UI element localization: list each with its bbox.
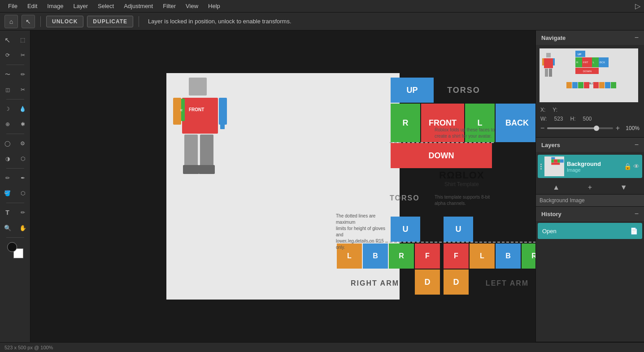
svg-rect-43 xyxy=(554,159,557,162)
tools-divider-4 xyxy=(6,168,24,169)
navigate-header: Navigate − xyxy=(536,30,644,45)
toolbar: ⌂ ↖ UNLOCK DUPLICATE Layer is locked in … xyxy=(0,13,644,30)
text-tool[interactable]: T xyxy=(1,206,14,219)
r-right-arm: R xyxy=(389,243,414,269)
fill-tool[interactable]: 🪣 xyxy=(1,187,14,200)
home-button[interactable]: ⌂ xyxy=(4,15,18,28)
zoom-row: − + 100% xyxy=(540,123,640,134)
menu-view[interactable]: View xyxy=(181,2,203,10)
tools-divider-1 xyxy=(6,65,24,65)
color-swatches[interactable] xyxy=(7,242,23,258)
heal-tool[interactable]: ☽ xyxy=(1,102,14,116)
menu-edit[interactable]: Edit xyxy=(23,2,42,10)
cut-tool[interactable]: ✂ xyxy=(16,83,30,96)
dodge-tool[interactable]: ⊕ xyxy=(1,117,14,131)
history-close[interactable]: − xyxy=(635,210,639,217)
layers-close[interactable]: − xyxy=(635,141,639,148)
hex-tool[interactable]: ⬡ xyxy=(16,152,30,165)
f-left-arm: F xyxy=(444,243,469,269)
brush-tool[interactable]: 〜 xyxy=(1,68,14,81)
svg-rect-28 xyxy=(578,82,583,88)
ink-tool[interactable]: ✒ xyxy=(16,171,30,185)
canvas-container[interactable]: TORSO UP TORSO R FRONT L BACK Roblox fol… xyxy=(166,73,400,300)
svg-rect-5 xyxy=(219,98,227,125)
zoom-in-button[interactable]: + xyxy=(616,125,620,132)
left-toolbar: ↖ ⬚ ⟳ ✂ 〜 ✏ ◫ ✂ ☽ 💧 ⊕ ✱ ◯ ⚙ ◑ xyxy=(0,30,30,342)
l-left-arm: L xyxy=(470,243,495,269)
pointer-button[interactable]: ↖ xyxy=(22,15,35,28)
layer-controls: ▲ + ▼ xyxy=(536,181,644,194)
nav-coords: X: Y: xyxy=(540,105,640,115)
select-tool[interactable]: ↖ xyxy=(1,33,14,47)
navigate-close[interactable]: − xyxy=(635,34,639,41)
lasso-tool[interactable]: ⟳ xyxy=(1,48,14,62)
eraser-tool[interactable]: ✏ xyxy=(16,68,30,81)
pen-tool[interactable]: ✏ xyxy=(1,171,14,185)
selection-tool[interactable]: ⬚ xyxy=(16,33,30,47)
layer-down-button[interactable]: ▼ xyxy=(620,183,627,191)
menu-select[interactable]: Select xyxy=(93,2,118,10)
hand-tool[interactable]: ✋ xyxy=(16,221,30,235)
dropper-tool[interactable]: 💧 xyxy=(16,102,30,116)
menu-adjustment[interactable]: Adjustment xyxy=(119,2,157,10)
b-left-arm: B xyxy=(496,243,521,269)
svg-rect-31 xyxy=(599,82,605,88)
layer-add-button[interactable]: + xyxy=(588,183,592,191)
history-header: History − xyxy=(536,207,644,221)
svg-rect-30 xyxy=(593,82,599,88)
expand-icon[interactable]: ▷ xyxy=(635,2,640,10)
transform-tool[interactable]: ◫ xyxy=(1,83,14,96)
main-area: ↖ ⬚ ⟳ ✂ 〜 ✏ ◫ ✂ ☽ 💧 ⊕ ✱ ◯ ⚙ ◑ xyxy=(0,30,644,342)
statusbar: 523 x 500 px @ 100% xyxy=(0,342,644,352)
shape-tool[interactable]: ◯ xyxy=(1,137,14,150)
canvas-area[interactable]: TORSO UP TORSO R FRONT L BACK Roblox fol… xyxy=(30,30,535,342)
clone-tool[interactable]: ⬡ xyxy=(16,187,30,200)
layer-lock-icon[interactable]: 🔒 xyxy=(624,163,631,170)
svg-text:R: R xyxy=(576,61,579,64)
svg-text:BCK: BCK xyxy=(600,61,605,64)
blend-tool[interactable]: ◑ xyxy=(1,152,14,165)
zoom-out-button[interactable]: − xyxy=(540,125,544,132)
svg-rect-34 xyxy=(546,53,551,57)
roblox-figure: FRONT xyxy=(173,75,227,196)
torso-top-label: TORSO xyxy=(435,78,493,103)
layer-up-button[interactable]: ▲ xyxy=(553,183,560,191)
svg-text:FRONT: FRONT xyxy=(189,107,204,112)
layers-section: Layers − xyxy=(536,138,644,195)
navigate-title: Navigate xyxy=(541,35,566,41)
layer-item-background[interactable]: Background Image 🔒 👁 xyxy=(538,155,642,178)
zoom-knob[interactable] xyxy=(594,126,599,131)
svg-text:FRT: FRT xyxy=(583,61,588,64)
layer-drag-handle[interactable] xyxy=(540,164,542,169)
dot xyxy=(540,164,542,165)
menu-help[interactable]: Help xyxy=(204,2,225,10)
svg-rect-45 xyxy=(560,159,564,162)
settings-tool[interactable]: ⚙ xyxy=(16,137,30,150)
svg-rect-33 xyxy=(611,82,616,88)
dot xyxy=(540,168,542,169)
svg-rect-1 xyxy=(182,98,218,134)
zoom-slider[interactable] xyxy=(547,127,613,129)
layers-header: Layers − xyxy=(536,138,644,152)
svg-rect-7 xyxy=(200,135,213,166)
y-label: Y: xyxy=(553,107,557,113)
pattern-tool[interactable]: ✱ xyxy=(16,117,30,131)
history-item-open[interactable]: Open 📄 xyxy=(538,223,642,239)
smudge-tool[interactable]: ✏ xyxy=(16,206,30,219)
layer-type: Image xyxy=(567,167,621,173)
unlock-button[interactable]: UNLOCK xyxy=(46,16,83,27)
tools-divider-2 xyxy=(6,99,24,100)
menu-filter[interactable]: Filter xyxy=(158,2,180,10)
duplicate-button[interactable]: DUPLICATE xyxy=(87,16,133,27)
menu-image[interactable]: Image xyxy=(43,2,68,10)
menu-layer[interactable]: Layer xyxy=(69,2,93,10)
w-label: W: xyxy=(540,116,547,122)
up-cell: UP xyxy=(391,78,434,103)
layers-content: Background Image 🔒 👁 xyxy=(536,152,644,181)
menu-file[interactable]: File xyxy=(4,2,22,10)
crop-tool[interactable]: ✂ xyxy=(16,48,30,62)
layer-visibility-icon[interactable]: 👁 xyxy=(633,163,640,170)
r-cell: R xyxy=(391,104,420,142)
u-right-cell: U xyxy=(391,217,420,242)
zoom-tool[interactable]: 🔍 xyxy=(1,221,14,235)
